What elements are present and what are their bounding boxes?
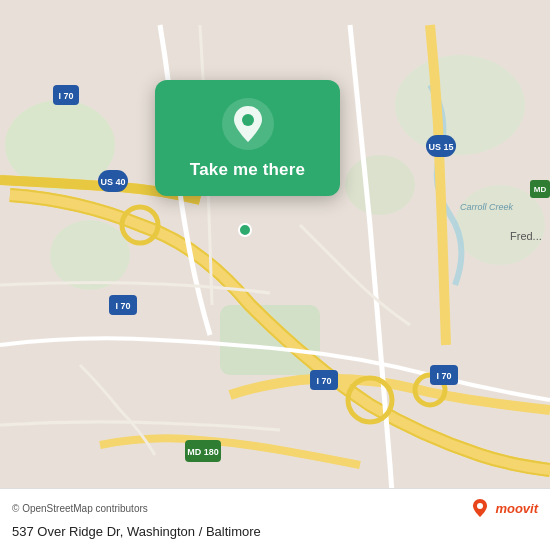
map-pin-icon (222, 98, 274, 150)
svg-text:Carroll Creek: Carroll Creek (460, 202, 514, 212)
svg-point-31 (477, 503, 483, 509)
svg-point-4 (395, 55, 525, 155)
address-label: 537 Over Ridge Dr, Washington / Baltimor… (12, 524, 261, 539)
bottom-bar: © OpenStreetMap contributors moovit 537 … (0, 488, 550, 550)
osm-credit: © OpenStreetMap contributors (12, 503, 148, 514)
svg-text:I 70: I 70 (115, 301, 130, 311)
moovit-pin-icon (469, 497, 491, 519)
svg-point-30 (242, 114, 254, 126)
svg-point-6 (345, 155, 415, 215)
moovit-logo: moovit (469, 497, 538, 519)
svg-text:US 15: US 15 (428, 142, 453, 152)
svg-text:I 70: I 70 (436, 371, 451, 381)
svg-text:MD 180: MD 180 (187, 447, 219, 457)
take-me-there-label: Take me there (190, 160, 305, 180)
svg-point-28 (239, 224, 251, 236)
map-container: I 70 I 70 I 70 I 70 US 40 US 15 MD 180 C… (0, 0, 550, 550)
svg-text:Fred...: Fred... (510, 230, 542, 242)
svg-text:I 70: I 70 (58, 91, 73, 101)
navigation-popup[interactable]: Take me there (155, 80, 340, 196)
svg-text:MD: MD (534, 185, 547, 194)
moovit-brand-text: moovit (495, 501, 538, 516)
svg-point-2 (50, 220, 130, 290)
svg-text:I 70: I 70 (316, 376, 331, 386)
svg-text:US 40: US 40 (100, 177, 125, 187)
